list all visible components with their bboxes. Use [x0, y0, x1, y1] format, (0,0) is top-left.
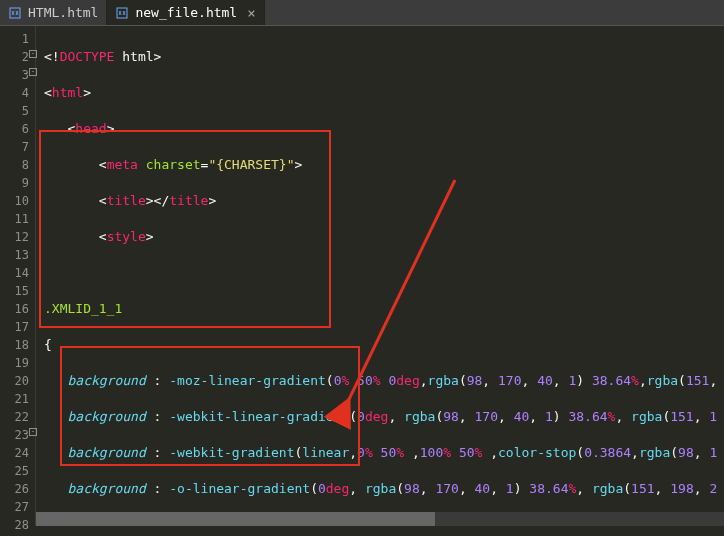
code-line	[44, 264, 724, 282]
code-line: background : -moz-linear-gradient(0% 50%…	[44, 372, 724, 390]
close-icon[interactable]: ×	[247, 5, 255, 21]
tab-bar: HTML.html new_file.html ×	[0, 0, 724, 26]
html-icon	[115, 6, 129, 20]
horizontal-scrollbar[interactable]	[36, 512, 724, 526]
tab-html[interactable]: HTML.html	[0, 0, 107, 25]
code-line: <html>	[44, 84, 724, 102]
code-line: {	[44, 336, 724, 354]
code-line: <style>	[44, 228, 724, 246]
html-icon	[8, 6, 22, 20]
code-line: <head>	[44, 120, 724, 138]
svg-rect-1	[117, 8, 127, 18]
code-editor[interactable]: 12-3-4567891011121314151617181920212223-…	[0, 26, 724, 526]
tab-label: new_file.html	[135, 5, 237, 20]
code-area[interactable]: <!DOCTYPE html> <html> <head> <meta char…	[36, 26, 724, 526]
line-number-gutter: 12-3-4567891011121314151617181920212223-…	[0, 26, 36, 526]
code-line: .XMLID_1_1	[44, 300, 724, 318]
code-line: background : -webkit-gradient(linear,0% …	[44, 444, 724, 462]
code-line: background : -webkit-linear-gradient(0de…	[44, 408, 724, 426]
code-line: <title></title>	[44, 192, 724, 210]
tab-new-file[interactable]: new_file.html ×	[107, 0, 264, 25]
tab-label: HTML.html	[28, 5, 98, 20]
code-line: <meta charset="{CHARSET}">	[44, 156, 724, 174]
scrollbar-thumb[interactable]	[36, 512, 435, 526]
svg-rect-0	[10, 8, 20, 18]
code-line: background : -o-linear-gradient(0deg, rg…	[44, 480, 724, 498]
code-line: <!DOCTYPE html>	[44, 48, 724, 66]
